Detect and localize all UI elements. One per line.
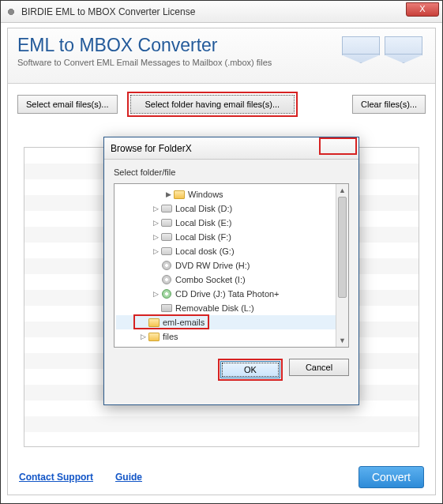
guide-link[interactable]: Guide	[115, 472, 142, 483]
ok-button[interactable]: OK	[220, 361, 280, 378]
dialog-label: Select folder/file	[114, 167, 349, 177]
tree-item-label: Local dosk (G:)	[175, 246, 235, 256]
tree-item[interactable]: DVD RW Drive (H:)	[116, 258, 347, 273]
tree-item-label: files	[163, 332, 178, 341]
select-folder-button[interactable]: Select folder having email files(s)...	[130, 95, 295, 114]
select-email-files-button[interactable]: Select email files(s)...	[17, 95, 118, 114]
tree-item-label: DVD RW Drive (H:)	[175, 261, 250, 270]
tree-item[interactable]: ▷Local Disk (E:)	[116, 216, 347, 230]
tree-item[interactable]: Removable Disk (L:)	[116, 301, 347, 315]
dialog-title: Browse for Folder	[111, 143, 186, 154]
disk-icon	[160, 246, 173, 257]
scroll-thumb[interactable]	[338, 197, 347, 298]
expand-arrow-icon[interactable]: ▷	[151, 233, 160, 241]
window-close-button[interactable]: X	[406, 2, 439, 17]
highlight-box: OK	[218, 359, 283, 381]
dialog-body: Select folder/file ▶Windows▷Local Disk (…	[104, 160, 359, 351]
scrollbar[interactable]: ▲ ▼	[336, 184, 348, 347]
tree-item[interactable]: ▷Local Disk (D:)	[116, 201, 347, 216]
tree-item-label: Combo Socket (I:)	[175, 275, 246, 284]
footer: Contact Support Guide Convert	[19, 466, 424, 488]
highlight-box	[319, 137, 357, 155]
envelope-icon	[342, 36, 380, 63]
disk-icon	[160, 231, 173, 243]
dialog-close-button[interactable]: X	[186, 143, 192, 154]
tree-item-label: Removable Disk (L:)	[175, 303, 254, 313]
tree-item[interactable]: ▷CD Drive (J:) Tata Photon+	[116, 287, 347, 301]
dialog-titlebar: Browse for Folder X	[104, 137, 359, 160]
envelope-icon	[385, 36, 422, 63]
cancel-button[interactable]: Cancel	[289, 359, 349, 376]
usb-icon	[160, 303, 173, 314]
disk-icon	[160, 217, 173, 228]
folder-icon	[148, 317, 160, 328]
convert-button[interactable]: Convert	[359, 466, 424, 488]
tree-item-label: CD Drive (J:) Tata Photon+	[175, 289, 280, 299]
tree-item-label: Local Disk (E:)	[175, 218, 232, 228]
tree-item-label: Local Disk (F:)	[175, 232, 231, 242]
tree-item-label: Local Disk (D:)	[175, 204, 232, 213]
tree-item[interactable]: ▷files	[116, 329, 347, 344]
contact-support-link[interactable]: Contact Support	[19, 472, 93, 483]
clear-files-button[interactable]: Clear files(s)...	[352, 95, 426, 114]
window-title: BIRDIE EML to MBOX Converter License	[21, 6, 195, 17]
app-icon	[6, 6, 17, 17]
scroll-down-icon[interactable]: ▼	[336, 334, 348, 347]
tree-item[interactable]: ▶Windows	[116, 187, 347, 201]
highlight-box: Select folder having email files(s)...	[127, 92, 298, 117]
scroll-up-icon[interactable]: ▲	[336, 184, 348, 197]
header-graphic	[342, 36, 422, 63]
tree-item[interactable]: eml-emails	[116, 315, 347, 329]
expand-arrow-icon[interactable]: ▷	[151, 290, 160, 298]
tree-item[interactable]: Combo Socket (I:)	[116, 273, 347, 287]
dialog-buttons: OK Cancel	[104, 351, 359, 389]
cd-icon	[160, 288, 173, 299]
expand-arrow-icon[interactable]: ▶	[163, 190, 173, 198]
expand-arrow-icon[interactable]: ▷	[151, 205, 160, 213]
disk-icon	[160, 203, 173, 214]
tree-item[interactable]: ▷Local Disk (F:)	[116, 230, 347, 244]
toolbar: Select email files(s)... Select folder h…	[8, 84, 435, 125]
expand-arrow-icon[interactable]: ▷	[151, 219, 160, 227]
folder-icon	[173, 189, 186, 200]
folder-tree[interactable]: ▶Windows▷Local Disk (D:)▷Local Disk (E:)…	[114, 183, 349, 348]
browse-folder-dialog: Browse for Folder X Select folder/file ▶…	[103, 137, 359, 405]
expand-arrow-icon[interactable]: ▷	[138, 333, 148, 340]
titlebar: BIRDIE EML to MBOX Converter License X	[1, 1, 442, 23]
app-header: EML to MBOX Converter Software to Conver…	[8, 28, 435, 84]
expand-arrow-icon[interactable]: ▷	[151, 247, 160, 255]
dvd-icon	[160, 260, 173, 271]
tree-item-label: Windows	[188, 190, 223, 199]
folder-icon	[148, 331, 160, 342]
dvd-icon	[160, 274, 173, 285]
tree-item[interactable]: ▷Local dosk (G:)	[116, 244, 347, 258]
tree-item-label: eml-emails	[163, 318, 205, 327]
